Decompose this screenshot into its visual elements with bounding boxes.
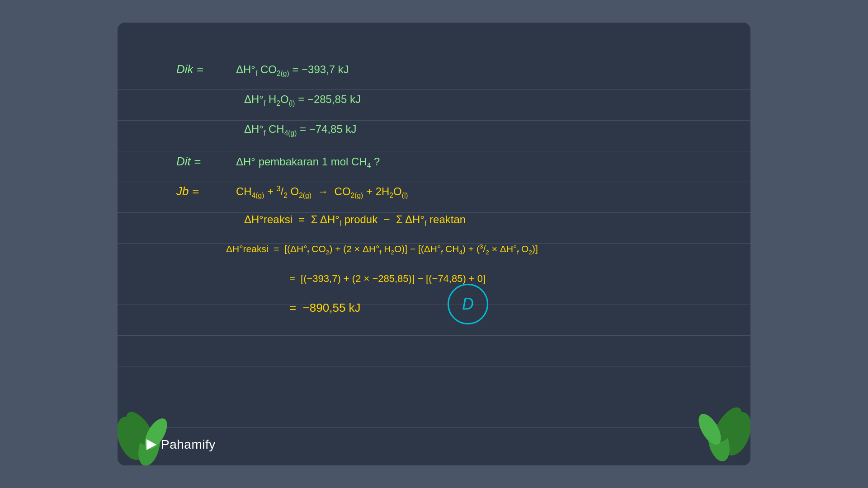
step4-row: = −890,55 kJ [289,301,361,315]
dik-label: Dik = [176,62,231,76]
reaction-equation: CH4(g) + 3/2 O2(g) → CO2(g) + 2H2O(l) [236,185,408,200]
play-icon [145,438,157,451]
leaf-left-decoration [118,402,172,465]
step2-row: ΔH°reaksi = [(ΔH°f CO2) + (2 × ΔH°f H2O)… [226,243,538,256]
step3-text: = [(−393,7) + (2 × −285,85)] − [(−74,85)… [289,273,486,285]
step1-text: ΔH°reaksi = Σ ΔH°f produk − Σ ΔH°f reakt… [244,213,466,228]
step2-text: ΔH°reaksi = [(ΔH°f CO2) + (2 × ΔH°f H2O)… [226,243,538,256]
dit-text: ΔH° pembakaran 1 mol CH4 ? [236,155,380,170]
dit-row: Dit = ΔH° pembakaran 1 mol CH4 ? [176,155,380,170]
answer-circle: D [448,284,488,324]
answer-letter: D [462,295,474,314]
dit-label: Dit = [176,155,231,169]
step1-row: ΔH°reaksi = Σ ΔH°f produk − Σ ΔH°f reakt… [244,213,466,228]
dik-row3: ΔH°f CH4(g) = −74,85 kJ [244,123,356,137]
dik-row: Dik = ΔH°f CO2(g) = −393,7 kJ [176,62,349,78]
dik-line3: ΔH°f CH4(g) = −74,85 kJ [244,123,356,137]
logo-area: Pahamify [145,437,216,452]
jawab-row: Jb = CH4(g) + 3/2 O2(g) → CO2(g) + 2H2O(… [176,184,408,200]
svg-marker-8 [146,439,156,450]
leaf-right-decoration [692,398,750,465]
step4-text: = −890,55 kJ [289,301,361,315]
dik-line2: ΔH°f H2O(l) = −285,85 kJ [244,93,361,108]
dik-line1: ΔH°f CO2(g) = −393,7 kJ [236,63,349,78]
slide-container: Dik = ΔH°f CO2(g) = −393,7 kJ ΔH°f H2O(l… [118,23,750,465]
jawab-label: Jb = [176,184,231,198]
step3-row: = [(−393,7) + (2 × −285,85)] − [(−74,85)… [289,273,486,285]
logo-text: Pahamify [161,437,216,452]
dik-row2: ΔH°f H2O(l) = −285,85 kJ [244,93,361,108]
